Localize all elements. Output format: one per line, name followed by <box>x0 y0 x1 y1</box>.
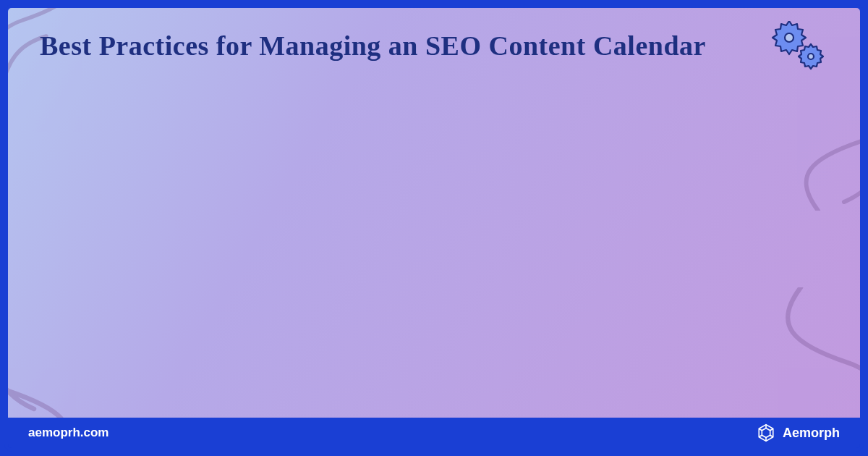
svg-point-0 <box>785 33 793 42</box>
card-canvas: Best Practices for Managing an SEO Conte… <box>8 8 860 418</box>
footer-bar: aemoprh.com Aemorph <box>8 418 860 448</box>
svg-marker-3 <box>762 428 770 438</box>
decorative-squiggle <box>4 4 102 124</box>
svg-point-1 <box>808 54 814 59</box>
card-frame: Best Practices for Managing an SEO Conte… <box>4 4 864 452</box>
brand-name: Aemorph <box>783 426 840 441</box>
footer-brand: Aemorph <box>757 423 840 442</box>
brand-logo-icon <box>757 423 775 442</box>
page-title: Best Practices for Managing an SEO Conte… <box>40 30 706 62</box>
gears-icon <box>769 21 827 72</box>
footer-domain: aemoprh.com <box>28 426 109 440</box>
